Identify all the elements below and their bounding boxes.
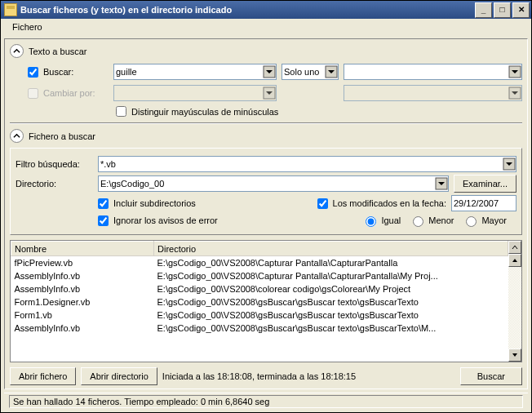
chevron-up-icon — [13, 47, 20, 55]
vertical-scrollbar[interactable] — [508, 241, 521, 362]
buscar-button[interactable]: Buscar — [460, 367, 522, 385]
radio-menor[interactable] — [413, 216, 423, 227]
cambiar-input — [113, 85, 277, 101]
statusbar-text: Se han hallado 14 ficheros. Tiempo emple… — [9, 395, 523, 408]
statusbar: Se han hallado 14 ficheros. Tiempo emple… — [4, 393, 528, 409]
col-nombre[interactable]: Nombre — [11, 242, 154, 256]
buscar-extra-select[interactable] — [344, 64, 522, 80]
cambiar-label: Cambiar por: — [43, 88, 109, 98]
radio-igual[interactable] — [366, 216, 376, 227]
collapse-file-search[interactable] — [10, 129, 24, 143]
scroll-track[interactable] — [508, 267, 521, 349]
results-table: Nombre Directorio fPicPreview.vbE:\gsCod… — [10, 240, 522, 362]
incluir-sub-checkbox[interactable] — [98, 198, 109, 209]
scroll-column-button[interactable] — [508, 241, 521, 254]
scroll-up-button[interactable] — [508, 254, 521, 267]
chevron-up-icon — [512, 244, 518, 251]
app-window: Buscar ficheros (y texto) en el director… — [0, 0, 532, 413]
incluir-sub-label: Incluir subdirectorios — [113, 198, 196, 208]
col-directorio[interactable]: Directorio — [154, 242, 508, 256]
cambiar-checkbox — [28, 88, 38, 99]
table-row[interactable]: AssemblyInfo.vbE:\gsCodigo_00\VS2008\Cap… — [11, 269, 508, 282]
table-row[interactable]: AssemblyInfo.vbE:\gsCodigo_00\VS2008\col… — [11, 282, 508, 295]
content-panel: Texto a buscar Buscar: guille Solo uno C… — [4, 38, 528, 389]
close-button[interactable]: ✕ — [512, 2, 530, 18]
window-title: Buscar ficheros (y texto) en el director… — [20, 5, 475, 15]
distinguir-checkbox[interactable] — [116, 106, 126, 117]
menu-fichero[interactable]: Fichero — [7, 20, 47, 33]
table-row[interactable]: fPicPreview.vbE:\gsCodigo_00\VS2008\Capt… — [11, 256, 508, 269]
filtro-input[interactable]: *.vb — [98, 156, 516, 172]
ignorar-err-label: Ignorar los avisos de error — [113, 215, 218, 225]
status-inline: Iniciada a las 18:18:08, terminada a las… — [162, 371, 356, 381]
fecha-radio-group: Igual Menor Mayor — [361, 214, 507, 227]
cambiar-extra-select — [344, 85, 522, 101]
directorio-label: Directorio: — [16, 179, 93, 189]
text-search-header: Texto a buscar — [29, 47, 87, 56]
table-row[interactable]: Form1.vbE:\gsCodigo_00\VS2008\gsBuscar\g… — [11, 309, 508, 322]
fecha-input[interactable] — [451, 195, 516, 211]
maximize-button[interactable]: □ — [494, 2, 511, 18]
table-row[interactable]: AssemblyInfo.vbE:\gsCodigo_00\VS2008\gsB… — [11, 322, 508, 335]
buscar-checkbox[interactable] — [28, 67, 38, 78]
filtro-label: Filtro búsqueda: — [16, 159, 93, 169]
triangle-up-icon — [512, 257, 518, 264]
table-row[interactable]: Form1.Designer.vbE:\gsCodigo_00\VS2008\g… — [11, 295, 508, 309]
app-icon — [4, 3, 17, 16]
file-search-header: Fichero a buscar — [29, 131, 95, 141]
scroll-down-button[interactable] — [508, 349, 521, 362]
directorio-input[interactable]: E:\gsCodigo_00 — [98, 175, 449, 192]
buscar-input[interactable]: guille — [113, 64, 277, 80]
minimize-button[interactable]: _ — [475, 2, 492, 18]
menubar: Fichero — [1, 19, 531, 35]
mod-fecha-checkbox[interactable] — [317, 198, 328, 209]
titlebar: Buscar ficheros (y texto) en el director… — [1, 1, 531, 19]
solo-uno-select[interactable]: Solo uno — [282, 64, 339, 80]
collapse-text-search[interactable] — [10, 44, 24, 58]
abrir-directorio-button[interactable]: Abrir directorio — [81, 367, 157, 385]
examinar-button[interactable]: Examinar... — [454, 175, 516, 193]
radio-mayor[interactable] — [466, 216, 477, 227]
triangle-down-icon — [512, 352, 518, 358]
distinguir-label: Distinguir mayúsculas de minúsculas — [131, 107, 278, 117]
mod-fecha-label: Los modificados en la fecha: — [333, 198, 446, 208]
abrir-fichero-button[interactable]: Abrir fichero — [10, 367, 76, 385]
buscar-label: Buscar: — [43, 67, 109, 77]
chevron-up-icon — [13, 132, 20, 140]
ignorar-err-checkbox[interactable] — [98, 215, 109, 226]
